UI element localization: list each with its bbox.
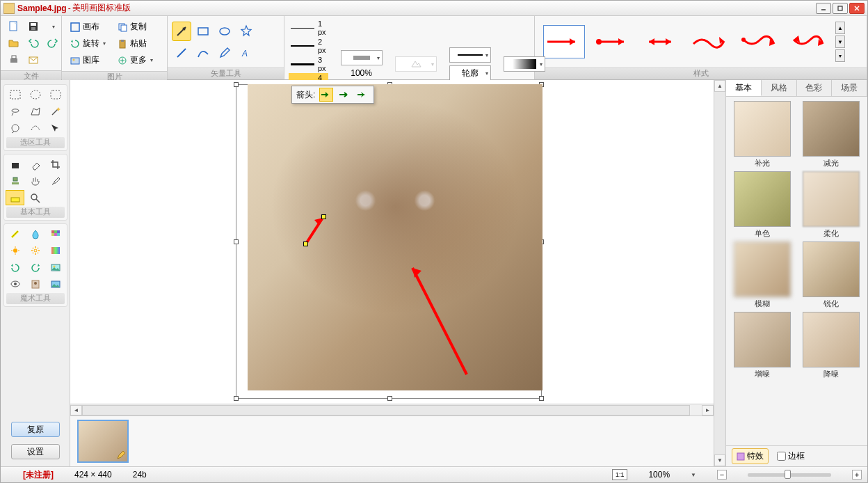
mosaic-icon[interactable] [46, 226, 65, 242]
reset-button[interactable]: 复原 [11, 422, 60, 437]
fx-reduce-light[interactable]: 减光 [800, 101, 864, 168]
invert-select-icon[interactable] [6, 120, 24, 136]
color-balance-icon[interactable] [46, 243, 65, 258]
fx-fill-light[interactable]: 补光 [730, 101, 794, 168]
tab-basic[interactable]: 基本 [726, 80, 762, 96]
tool-star[interactable] [236, 22, 256, 41]
vertical-scrollbar[interactable]: ▲▼ [714, 80, 725, 466]
portrait-icon[interactable] [26, 276, 45, 292]
canvas[interactable]: 箭头: [70, 80, 714, 404]
copy-button[interactable]: 复制 [113, 19, 156, 35]
arrow-style-3[interactable] [641, 25, 682, 58]
frame-checkbox[interactable]: 边框 [777, 450, 805, 462]
eraser-icon[interactable] [26, 157, 45, 172]
polygon-lasso-icon[interactable] [26, 104, 45, 119]
tool-rectangle[interactable] [193, 22, 213, 41]
arrowhead-option-2[interactable] [337, 88, 351, 102]
arrow-style-5[interactable] [738, 25, 780, 58]
gradient-dropdown[interactable]: ▾ [504, 56, 545, 72]
tab-color[interactable]: 色彩 [797, 80, 833, 96]
water-drop-icon[interactable] [26, 226, 45, 242]
lasso-icon[interactable] [6, 104, 24, 119]
line-style-dropdown[interactable]: ▾ [449, 47, 491, 63]
maximize-button[interactable] [833, 3, 848, 14]
minimize-button[interactable] [816, 3, 831, 14]
library-button[interactable]: 图库 [66, 52, 109, 68]
style-scroll-down[interactable]: ▼ [835, 35, 845, 48]
fx-add-noise[interactable]: 增噪 [730, 312, 794, 379]
arrow-style-1[interactable] [543, 25, 585, 58]
fx-reduce-noise[interactable]: 降噪 [800, 312, 864, 379]
fx-blur[interactable]: 模糊 [730, 242, 794, 309]
sparkle-icon[interactable] [6, 243, 24, 258]
arrowhead-option-1[interactable] [319, 88, 333, 102]
save-button[interactable] [24, 19, 42, 34]
svg-line-60 [33, 248, 33, 248]
tab-scene[interactable]: 场景 [832, 80, 867, 96]
arrow-shape-2[interactable] [404, 260, 474, 364]
zoom-slider[interactable] [748, 473, 831, 477]
select-ellipse-icon[interactable] [26, 87, 45, 102]
arrowhead-option-3[interactable] [355, 88, 369, 102]
marker-icon[interactable] [6, 226, 24, 242]
thumbnail-1[interactable] [77, 420, 129, 463]
select-roundrect-icon[interactable] [46, 87, 65, 102]
fill-icon[interactable] [6, 157, 24, 172]
landscape-icon[interactable] [46, 276, 65, 292]
close-button[interactable] [849, 3, 865, 14]
crop-icon[interactable] [46, 157, 65, 172]
zoom-in-button[interactable]: + [852, 470, 862, 480]
canvas-button[interactable]: 画布 [66, 19, 109, 35]
canvas-image[interactable] [248, 84, 542, 390]
tab-style[interactable]: 风格 [762, 80, 797, 96]
opacity-dropdown[interactable]: ▾ [341, 50, 383, 65]
tool-text[interactable]: A [236, 43, 256, 63]
horizontal-scrollbar[interactable]: ◄ ► [70, 404, 714, 415]
stamp-icon[interactable] [6, 173, 24, 189]
tool-pencil[interactable] [215, 43, 234, 63]
email-button[interactable] [24, 52, 42, 68]
save-dropdown[interactable]: ▾ [44, 19, 62, 34]
brush-icon[interactable] [46, 173, 65, 189]
more-button[interactable]: 更多▾ [113, 52, 156, 68]
style-dropdown[interactable]: ▾ [835, 49, 845, 62]
hand-icon[interactable] [26, 173, 45, 189]
tool-line[interactable] [172, 43, 191, 63]
sun-icon[interactable] [26, 243, 45, 258]
eye-icon[interactable] [6, 276, 24, 292]
arrow-handle-start[interactable] [303, 242, 308, 246]
new-file-button[interactable] [5, 19, 23, 34]
tool-ellipse[interactable] [215, 22, 234, 41]
zoom-out-button[interactable]: − [717, 470, 727, 480]
color-picker-icon[interactable] [6, 190, 24, 205]
rotate-cw-icon[interactable] [6, 260, 24, 275]
tool-curve[interactable] [193, 43, 213, 63]
open-button[interactable] [5, 35, 23, 51]
tool-arrow[interactable] [172, 22, 191, 41]
magic-wand-icon[interactable] [46, 104, 65, 119]
arrow-style-4[interactable] [689, 25, 731, 58]
image-effects-icon[interactable] [46, 260, 65, 275]
rotate-ccw-icon[interactable] [26, 260, 45, 275]
fx-soften[interactable]: 柔化 [800, 171, 864, 239]
rotate-button[interactable]: 旋转▾ [66, 35, 109, 52]
fx-mono[interactable]: 单色 [730, 171, 794, 239]
effects-button[interactable]: 特效 [732, 448, 769, 464]
arrow-handle-end[interactable] [321, 214, 326, 219]
arrow-style-6[interactable] [787, 25, 828, 58]
undo-button[interactable] [24, 35, 42, 51]
outline-dropdown[interactable]: 轮廓▾ [449, 65, 491, 81]
redo-button[interactable] [44, 35, 62, 51]
arrow-style-2[interactable] [592, 25, 634, 58]
print-button[interactable] [5, 52, 23, 68]
zoom-1to1-button[interactable]: 1:1 [612, 469, 627, 480]
settings-button[interactable]: 设置 [11, 444, 60, 459]
zoom-icon[interactable] [26, 190, 45, 205]
title-separator: - [68, 3, 71, 13]
style-scroll-up[interactable]: ▲ [835, 22, 845, 34]
paste-button[interactable]: 粘贴 [113, 35, 156, 52]
select-rect-icon[interactable] [6, 87, 24, 102]
move-select-icon[interactable] [46, 120, 65, 136]
fx-sharpen[interactable]: 锐化 [800, 242, 864, 309]
grow-select-icon[interactable] [26, 120, 45, 136]
